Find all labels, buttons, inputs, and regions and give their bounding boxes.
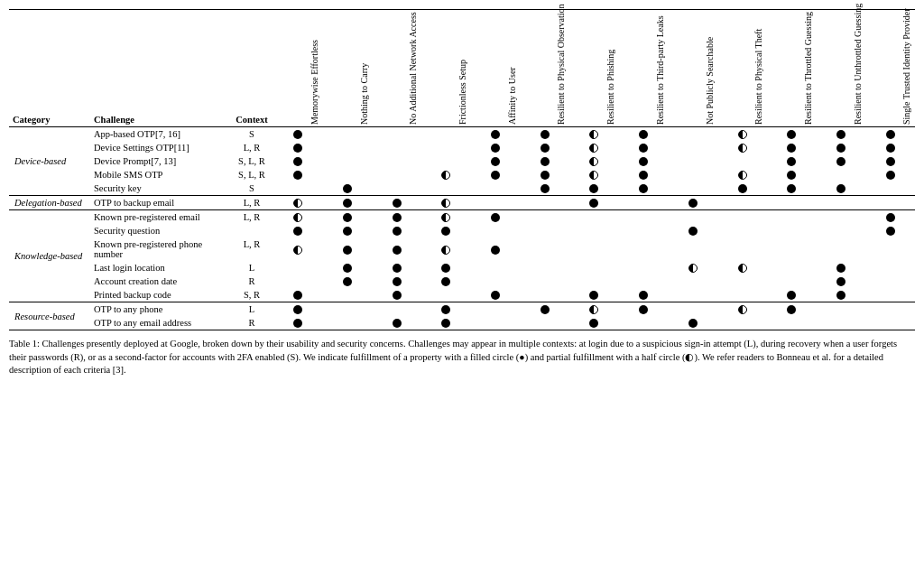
- dot-cell: [619, 302, 669, 317]
- dot-cell: [421, 237, 471, 261]
- dot-cell: [669, 210, 718, 225]
- dot-cell: [865, 141, 915, 154]
- dot-cell: [569, 181, 619, 196]
- dot-cell: [520, 224, 569, 237]
- table-row: Mobile SMS OTPS, L, R: [9, 168, 915, 181]
- dot-cell: [323, 127, 373, 142]
- dot-cell: [717, 302, 767, 317]
- dot-cell: [817, 237, 866, 261]
- dot-cell: [619, 168, 669, 181]
- dot-cell: [569, 274, 619, 288]
- context-header: Context: [230, 10, 273, 127]
- context-cell: S: [230, 181, 273, 196]
- dot-cell: [619, 316, 669, 330]
- dot-cell: [421, 261, 471, 274]
- dot-cell: [817, 261, 866, 274]
- dot-cell: [421, 168, 471, 181]
- table-row: Delegation-basedOTP to backup emailL, R: [9, 196, 915, 210]
- table-container: Category Challenge Context Memorywise Ef…: [9, 9, 915, 377]
- dot-cell: [372, 154, 421, 168]
- dot-cell: [323, 288, 373, 302]
- context-cell: L: [230, 261, 273, 274]
- dot-cell: [471, 196, 521, 210]
- dot-cell: [669, 154, 718, 168]
- dot-cell: [817, 168, 866, 181]
- dot-cell: [471, 141, 521, 154]
- dot-cell: [372, 224, 421, 237]
- dot-cell: [669, 181, 718, 196]
- dot-cell: [817, 141, 866, 154]
- dot-cell: [619, 127, 669, 142]
- dot-cell: [817, 196, 866, 210]
- dot-cell: [717, 288, 767, 302]
- dot-cell: [569, 141, 619, 154]
- dot-cell: [421, 127, 471, 142]
- dot-cell: [421, 196, 471, 210]
- dot-cell: [717, 210, 767, 225]
- dot-cell: [619, 141, 669, 154]
- dot-cell: [669, 141, 718, 154]
- dot-cell: [669, 302, 718, 317]
- dot-cell: [817, 288, 866, 302]
- col-header-3: Frictionless Setup: [421, 10, 471, 127]
- dot-cell: [273, 302, 323, 317]
- dot-cell: [471, 316, 521, 330]
- dot-cell: [817, 302, 866, 317]
- dot-cell: [471, 274, 521, 288]
- dot-cell: [767, 127, 817, 142]
- challenge-cell: OTP to any email address: [90, 316, 230, 330]
- context-cell: L, R: [230, 141, 273, 154]
- dot-cell: [767, 274, 817, 288]
- challenge-cell: Known pre-registered phone number: [90, 237, 230, 261]
- dot-cell: [520, 181, 569, 196]
- dot-cell: [421, 181, 471, 196]
- category-cell: Device-based: [9, 127, 90, 196]
- dot-cell: [767, 224, 817, 237]
- dot-cell: [717, 274, 767, 288]
- dot-cell: [520, 237, 569, 261]
- col-header-4: Affinity to User: [471, 10, 521, 127]
- dot-cell: [273, 210, 323, 225]
- context-cell: L, R: [230, 210, 273, 225]
- category-cell: Delegation-based: [9, 196, 90, 210]
- dot-cell: [669, 196, 718, 210]
- dot-cell: [817, 181, 866, 196]
- dot-cell: [717, 168, 767, 181]
- dot-cell: [372, 274, 421, 288]
- dot-cell: [669, 224, 718, 237]
- dot-cell: [817, 210, 866, 225]
- dot-cell: [372, 141, 421, 154]
- dot-cell: [372, 181, 421, 196]
- dot-cell: [471, 127, 521, 142]
- dot-cell: [273, 127, 323, 142]
- col-header-0: Memorywise Effortless: [273, 10, 323, 127]
- dot-cell: [865, 127, 915, 142]
- dot-cell: [817, 127, 866, 142]
- context-cell: S, R: [230, 288, 273, 302]
- context-cell: R: [230, 316, 273, 330]
- dot-cell: [421, 316, 471, 330]
- dot-cell: [569, 168, 619, 181]
- dot-cell: [520, 302, 569, 317]
- challenge-cell: Account creation date: [90, 274, 230, 288]
- dot-cell: [865, 288, 915, 302]
- dot-cell: [471, 181, 521, 196]
- dot-cell: [323, 168, 373, 181]
- dot-cell: [569, 224, 619, 237]
- dot-cell: [520, 127, 569, 142]
- dot-cell: [865, 196, 915, 210]
- dot-cell: [323, 196, 373, 210]
- dot-cell: [569, 261, 619, 274]
- dot-cell: [569, 316, 619, 330]
- dot-cell: [865, 261, 915, 274]
- context-cell: L, R: [230, 196, 273, 210]
- context-cell: S, L, R: [230, 168, 273, 181]
- dot-cell: [372, 196, 421, 210]
- col-header-10: Resilient to Throttled Guessing: [767, 10, 817, 127]
- dot-cell: [471, 302, 521, 317]
- dot-cell: [717, 154, 767, 168]
- dot-cell: [520, 316, 569, 330]
- dot-cell: [323, 181, 373, 196]
- dot-cell: [273, 274, 323, 288]
- dot-cell: [865, 237, 915, 261]
